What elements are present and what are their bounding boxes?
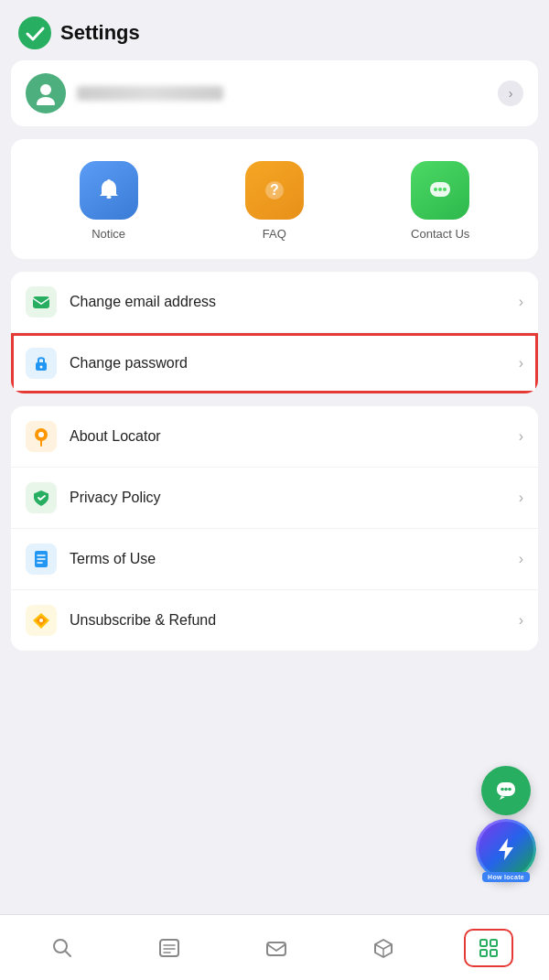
bell-icon [93,175,124,206]
svg-rect-12 [33,296,49,308]
lock-icon [31,353,51,373]
menu-item-change-email[interactable]: Change email address › [11,272,538,333]
nav-item-grid[interactable] [464,929,513,967]
profile-row[interactable]: › [11,60,538,126]
privacy-icon-wrap [26,482,57,513]
svg-rect-29 [160,940,178,956]
header: Settings [0,0,549,60]
bottom-nav [0,914,549,980]
fab-howlocate-inner: How locate [479,822,533,877]
quick-item-faq[interactable]: ? FAQ [245,161,304,241]
change-password-chevron: › [519,355,523,372]
location-icon [31,426,51,447]
profile-name-blurred [77,86,223,101]
privacy-policy-label: Privacy Policy [70,490,506,506]
svg-rect-37 [480,940,487,946]
svg-point-2 [37,97,55,105]
question-icon: ? [259,175,290,206]
menu-item-change-password[interactable]: Change password › [11,333,538,393]
nav-item-mail[interactable] [250,929,303,967]
nav-item-list[interactable] [143,929,196,967]
change-email-chevron: › [519,294,523,310]
shield-icon [31,488,51,508]
menu-item-privacy-policy[interactable]: Privacy Policy › [11,468,538,529]
locator-icon-wrap [26,421,57,452]
app-logo [18,16,51,49]
page-title: Settings [60,21,140,45]
email-icon-wrap [26,286,57,318]
svg-line-34 [375,944,383,949]
change-email-label: Change email address [70,294,506,310]
contact-icon-wrap [411,161,469,220]
profile-chevron-icon[interactable]: › [498,81,523,106]
svg-marker-26 [499,838,513,860]
svg-text:?: ? [270,182,279,198]
change-password-label: Change password [70,355,506,372]
lightning-icon [491,835,521,864]
about-locator-label: About Locator [70,428,506,445]
privacy-policy-chevron: › [519,490,523,506]
contact-label: Contact Us [411,227,469,241]
menu-item-terms-of-use[interactable]: Terms of Use › [11,529,538,590]
box-nav-icon [371,936,395,960]
list-nav-icon [157,936,181,960]
menu-item-about-locator[interactable]: About Locator › [11,406,538,468]
faq-icon-wrap: ? [245,161,304,220]
svg-point-16 [38,432,44,437]
svg-point-0 [18,16,51,49]
avatar [26,73,66,113]
unsubscribe-label: Unsubscribe & Refund [70,612,506,629]
svg-line-28 [65,951,70,956]
svg-line-35 [383,944,392,949]
faq-label: FAQ [263,227,286,241]
unsubscribe-chevron: › [519,612,523,629]
about-locator-chevron: › [519,428,523,445]
account-section-card: Change email address › Change password › [11,272,538,393]
fab-chat-button[interactable] [481,766,531,815]
terms-of-use-label: Terms of Use [70,551,506,567]
fab-howlocate-button[interactable]: How locate [476,819,536,879]
terms-icon-wrap [26,544,57,575]
svg-rect-3 [106,196,111,199]
notice-icon-wrap [80,161,138,220]
svg-rect-39 [480,950,487,956]
user-icon [34,81,58,105]
unsubscribe-icon-wrap [26,605,57,636]
fab-chat-icon [494,779,518,802]
svg-rect-33 [267,942,285,955]
svg-rect-40 [490,950,497,956]
svg-point-1 [40,84,51,95]
svg-point-10 [438,188,442,191]
quick-item-contact[interactable]: Contact Us [411,161,469,241]
quick-item-notice[interactable]: Notice [80,161,138,241]
email-icon [31,292,51,312]
notice-label: Notice [92,227,125,241]
quick-actions-card: Notice ? FAQ Contact Us [11,139,538,259]
chat-icon [425,175,456,206]
svg-point-11 [443,188,447,191]
nav-item-search[interactable] [36,929,89,967]
svg-point-23 [501,788,504,792]
mail-nav-icon [264,936,288,960]
svg-point-4 [107,179,111,183]
svg-point-25 [508,788,511,792]
search-nav-icon [50,936,74,960]
svg-point-14 [40,366,43,369]
document-icon [31,549,51,569]
terms-of-use-chevron: › [519,551,523,567]
menu-item-unsubscribe[interactable]: Unsubscribe & Refund › [11,590,538,651]
svg-point-21 [39,619,43,622]
howlocate-badge: How locate [482,872,530,882]
nav-item-box[interactable] [357,929,410,967]
info-section-card: About Locator › Privacy Policy › Terms o… [11,406,538,651]
svg-rect-38 [490,940,497,946]
diamond-icon [31,610,51,630]
svg-point-24 [504,788,508,792]
password-icon-wrap [26,348,57,379]
svg-point-9 [434,188,437,191]
profile-left [26,73,223,113]
grid-nav-icon [477,936,501,960]
